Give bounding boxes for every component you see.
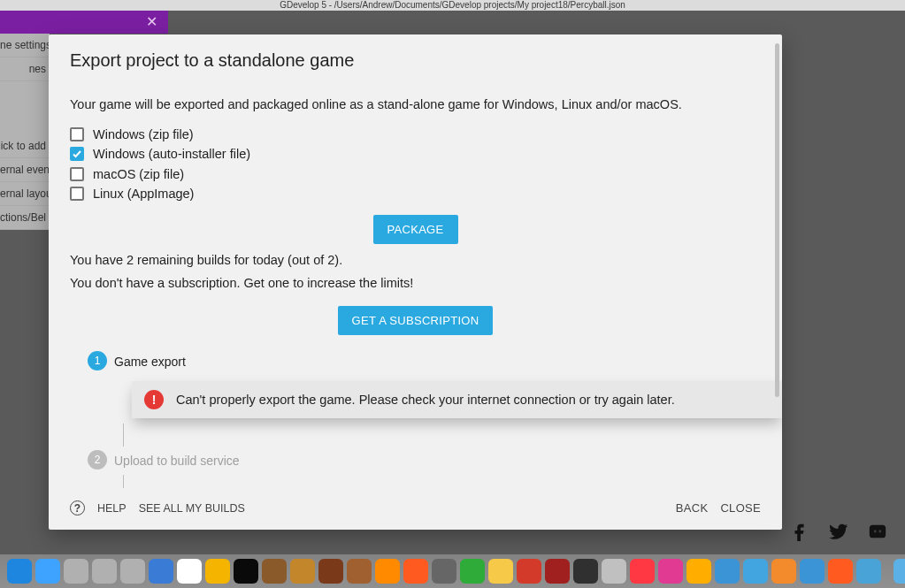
bg-sidebar-item: ick to add bbox=[0, 134, 50, 158]
dock-app-icon[interactable] bbox=[262, 559, 287, 584]
no-subscription-text: You don't have a subscription. Get one t… bbox=[70, 276, 761, 290]
help-icon[interactable]: ? bbox=[70, 500, 85, 515]
step-label: Game export bbox=[114, 355, 186, 369]
dialog-footer: ? HELP SEE ALL MY BUILDS BACK CLOSE bbox=[49, 488, 782, 530]
background-sidebar: ne settingsnesick to addernal eventernal… bbox=[0, 34, 50, 230]
dock-app-icon[interactable] bbox=[630, 559, 655, 584]
see-all-builds-link[interactable]: SEE ALL MY BUILDS bbox=[139, 502, 245, 515]
dock-app-icon[interactable] bbox=[488, 559, 513, 584]
checkbox-icon[interactable] bbox=[70, 167, 84, 181]
discord-icon[interactable] bbox=[868, 522, 887, 541]
dock-app-icon[interactable] bbox=[771, 559, 796, 584]
bg-sidebar-item: ernal layout bbox=[0, 182, 50, 206]
dock-app-icon[interactable] bbox=[35, 559, 60, 584]
package-button[interactable]: PACKAGE bbox=[373, 215, 458, 244]
dock-app-icon[interactable] bbox=[602, 559, 626, 584]
step-label: Upload to build service bbox=[114, 454, 240, 468]
error-message-text: Can't properly export the game. Please c… bbox=[176, 393, 675, 407]
dock-app-icon[interactable] bbox=[205, 559, 230, 584]
checkbox-icon[interactable] bbox=[70, 127, 84, 141]
dock-app-icon[interactable] bbox=[658, 559, 683, 584]
facebook-icon[interactable] bbox=[790, 522, 809, 541]
macos-dock bbox=[0, 554, 905, 588]
dock-app-icon[interactable] bbox=[856, 559, 881, 584]
step-2: 2 Upload to build service bbox=[88, 450, 761, 488]
remaining-builds-text: You have 2 remaining builds for today (o… bbox=[70, 253, 761, 267]
platform-option[interactable]: Windows (zip file) bbox=[70, 126, 761, 143]
tab-strip: ✕ bbox=[0, 11, 168, 34]
help-link[interactable]: HELP bbox=[97, 502, 127, 515]
svg-rect-0 bbox=[870, 525, 886, 538]
dock-app-icon[interactable] bbox=[177, 559, 202, 584]
checkbox-checked-icon[interactable] bbox=[70, 147, 84, 161]
dock-app-icon[interactable] bbox=[715, 559, 740, 584]
dialog-description: Your game will be exported and packaged … bbox=[70, 97, 761, 111]
error-message-box: ! Can't properly export the game. Please… bbox=[132, 381, 782, 418]
platform-option-label: Windows (zip file) bbox=[93, 126, 194, 143]
step-connector bbox=[123, 424, 124, 447]
platform-option-label: Windows (auto-installer file) bbox=[93, 145, 250, 163]
dock-app-icon[interactable] bbox=[517, 559, 541, 584]
dock-app-icon[interactable] bbox=[686, 559, 711, 584]
dock-app-icon[interactable] bbox=[7, 559, 32, 584]
social-icons bbox=[790, 522, 887, 541]
dock-app-icon[interactable] bbox=[318, 559, 343, 584]
bg-sidebar-item: nes bbox=[0, 57, 50, 81]
dock-app-icon[interactable] bbox=[893, 559, 905, 584]
dialog-title: Export project to a standalone game bbox=[70, 50, 761, 71]
bg-sidebar-item: ernal event bbox=[0, 158, 50, 182]
platform-option[interactable]: Windows (auto-installer file) bbox=[70, 145, 761, 163]
svg-point-1 bbox=[874, 531, 877, 533]
platform-option-label: macOS (zip file) bbox=[93, 165, 184, 183]
dock-app-icon[interactable] bbox=[120, 559, 145, 584]
dock-app-icon[interactable] bbox=[403, 559, 428, 584]
svg-point-2 bbox=[878, 531, 881, 533]
close-tab-icon[interactable]: ✕ bbox=[146, 15, 157, 29]
window-titlebar: GDevelop 5 - /Users/Andrew/Documents/GDe… bbox=[0, 0, 905, 11]
dock-app-icon[interactable] bbox=[800, 559, 824, 584]
dock-app-icon[interactable] bbox=[149, 559, 173, 584]
platform-option-label: Linux (AppImage) bbox=[93, 185, 194, 202]
dock-app-icon[interactable] bbox=[347, 559, 372, 584]
platform-option[interactable]: Linux (AppImage) bbox=[70, 185, 761, 202]
dock-app-icon[interactable] bbox=[290, 559, 315, 584]
back-button[interactable]: BACK bbox=[676, 501, 709, 515]
dock-app-icon[interactable] bbox=[460, 559, 485, 584]
twitter-icon[interactable] bbox=[829, 522, 848, 541]
error-icon: ! bbox=[144, 390, 164, 409]
dock-app-icon[interactable] bbox=[92, 559, 117, 584]
export-dialog: Export project to a standalone game Your… bbox=[49, 34, 782, 530]
step-number: 2 bbox=[88, 450, 107, 470]
close-button[interactable]: CLOSE bbox=[720, 501, 761, 515]
bg-sidebar-item: ne settings bbox=[0, 34, 50, 57]
step-1: 1 Game export ! Can't properly export th… bbox=[88, 351, 761, 447]
dock-app-icon[interactable] bbox=[64, 559, 88, 584]
dock-app-icon[interactable] bbox=[743, 559, 768, 584]
dock-app-icon[interactable] bbox=[828, 559, 853, 584]
export-steps: 1 Game export ! Can't properly export th… bbox=[88, 351, 761, 488]
step-connector bbox=[123, 475, 124, 488]
dock-app-icon[interactable] bbox=[432, 559, 456, 584]
dock-app-icon[interactable] bbox=[375, 559, 400, 584]
platform-option[interactable]: macOS (zip file) bbox=[70, 165, 761, 183]
dock-app-icon[interactable] bbox=[234, 559, 258, 584]
dock-app-icon[interactable] bbox=[573, 559, 598, 584]
checkbox-icon[interactable] bbox=[70, 187, 84, 201]
get-subscription-button[interactable]: GET A SUBSCRIPTION bbox=[338, 306, 494, 335]
step-number: 1 bbox=[88, 351, 107, 370]
dock-app-icon[interactable] bbox=[545, 559, 570, 584]
bg-sidebar-item: ctions/Bel bbox=[0, 206, 50, 230]
